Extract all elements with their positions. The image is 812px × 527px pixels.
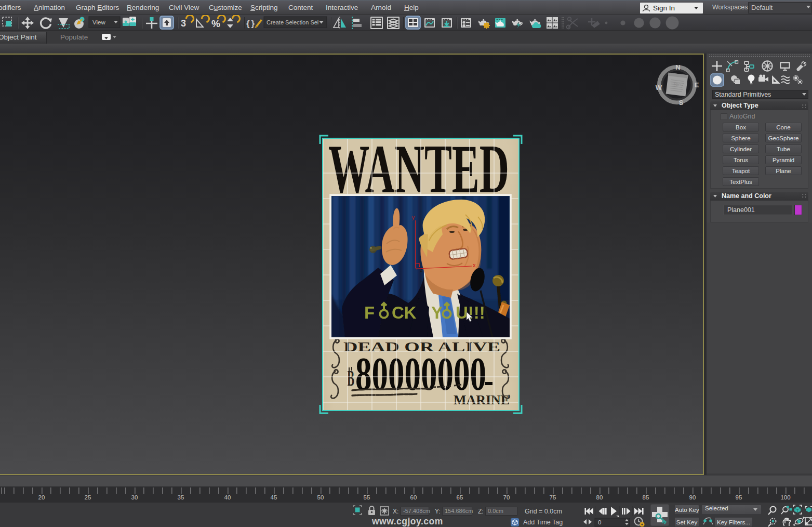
svg-text:W: W [656, 84, 662, 91]
svg-text:Y: Y [431, 303, 443, 322]
svg-text:x: x [473, 262, 476, 268]
svg-text:CK: CK [392, 303, 417, 322]
svg-text:z: z [420, 267, 423, 273]
svg-text:B: B [347, 366, 354, 390]
svg-text:S: S [679, 99, 684, 107]
svg-text:y: y [412, 214, 415, 220]
svg-text:Create Selection Sel: Create Selection Sel [267, 19, 318, 25]
svg-text:F: F [364, 303, 375, 322]
svg-text:View: View [92, 19, 105, 25]
svg-text:0: 0 [598, 519, 601, 525]
svg-text:3: 3 [181, 18, 186, 29]
svg-text:N: N [675, 63, 680, 71]
svg-text:MARINE: MARINE [454, 393, 510, 407]
svg-text:%: % [211, 18, 220, 29]
svg-text:{}: {} [246, 19, 256, 29]
svg-text:E: E [695, 81, 699, 89]
